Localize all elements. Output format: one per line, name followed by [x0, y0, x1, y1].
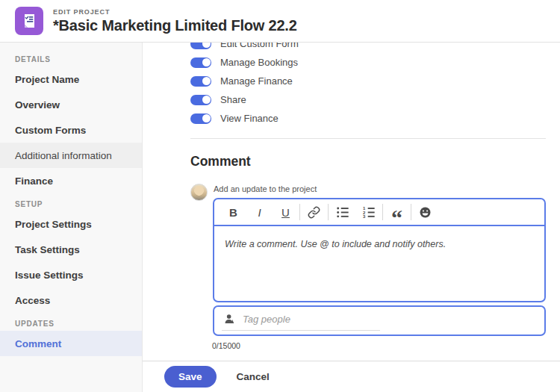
toggle-label: Edit Custom Form: [220, 43, 299, 49]
sidebar-item-finance[interactable]: Finance: [0, 168, 142, 193]
user-avatar: [190, 184, 208, 201]
bold-button[interactable]: B: [220, 201, 246, 223]
tag-people-placeholder: Tag people: [243, 314, 290, 325]
toolbar-separator: [299, 204, 300, 220]
character-counter: 0/15000: [212, 341, 546, 350]
edit-custom-form-toggle[interactable]: [190, 43, 211, 49]
comment-section: Add an update to the project B I U: [190, 169, 546, 350]
toggle-label: Manage Finance: [220, 75, 293, 87]
bullet-list-icon[interactable]: [329, 201, 355, 223]
toggle-knob: [202, 114, 211, 122]
toggle-row-share: Share: [190, 90, 546, 109]
toggle-knob: [202, 77, 211, 85]
sidebar-item-overview[interactable]: Overview: [0, 92, 142, 117]
numbered-list-icon[interactable]: 1 2 3: [355, 201, 382, 223]
sidebar-item-access[interactable]: Access: [0, 287, 142, 313]
toggle-label: Manage Bookings: [220, 57, 298, 68]
save-button[interactable]: Save: [164, 366, 217, 388]
sidebar-item-comment[interactable]: Comment: [0, 331, 142, 356]
emoji-icon[interactable]: [412, 201, 438, 223]
link-icon[interactable]: [301, 201, 327, 223]
cancel-button[interactable]: Cancel: [237, 371, 270, 382]
view-finance-toggle[interactable]: [190, 113, 211, 124]
toolbar-separator: [328, 204, 329, 220]
sidebar-item-additional-information[interactable]: Additional information: [0, 143, 142, 168]
permission-toggles: Edit Custom Form Manage Bookings Manage …: [190, 43, 546, 128]
sidebar-section-setup: SETUP: [0, 193, 142, 211]
toggle-knob: [202, 58, 211, 66]
page-title: *Basic Marketing Limited Flow 22.2: [53, 17, 297, 34]
svg-text:3: 3: [363, 214, 366, 219]
edit-project-eyebrow: EDIT PROJECT: [53, 8, 297, 16]
share-toggle[interactable]: [190, 95, 211, 105]
sidebar-item-issue-settings[interactable]: Issue Settings: [0, 262, 142, 287]
header: EDIT PROJECT *Basic Marketing Limited Fl…: [0, 0, 560, 43]
comment-placeholder: Write a comment. Use @ to include and no…: [225, 239, 446, 249]
tag-people-box: Tag people: [213, 305, 546, 336]
section-divider: [190, 138, 546, 139]
form-footer: Save Cancel: [143, 361, 560, 392]
toolbar-separator: [411, 204, 411, 220]
edit-project-window: EDIT PROJECT *Basic Marketing Limited Fl…: [0, 0, 560, 392]
sidebar: DETAILS Project Name Overview Custom For…: [0, 43, 143, 392]
blockquote-icon[interactable]: “: [384, 201, 410, 223]
toggle-row-edit-custom-form: Edit Custom Form: [190, 43, 546, 53]
person-icon: [223, 313, 236, 326]
sidebar-section-details: DETAILS: [0, 49, 142, 66]
toggle-row-manage-bookings: Manage Bookings: [190, 53, 546, 72]
comment-text-input[interactable]: Write a comment. Use @ to include and no…: [214, 226, 544, 301]
toggle-knob: [202, 43, 211, 48]
toggle-knob: [202, 96, 211, 104]
toggle-label: View Finance: [220, 113, 279, 124]
manage-bookings-toggle[interactable]: [190, 57, 211, 68]
toolbar-separator: [382, 204, 383, 220]
edit-project-form-scroll-area[interactable]: Edit Custom Form Manage Bookings Manage …: [143, 43, 560, 361]
toggle-row-manage-finance: Manage Finance: [190, 72, 546, 90]
toggle-label: Share: [220, 94, 246, 105]
sidebar-item-project-name[interactable]: Project Name: [0, 66, 142, 92]
tag-people-input[interactable]: Tag people: [222, 312, 380, 331]
sidebar-section-updates: UPDATES: [0, 313, 142, 331]
project-document-icon: [15, 7, 43, 35]
comment-editor: B I U: [213, 198, 546, 302]
italic-button[interactable]: I: [246, 201, 273, 223]
toggle-row-view-finance: View Finance: [190, 109, 546, 128]
manage-finance-toggle[interactable]: [190, 76, 211, 87]
sidebar-item-task-settings[interactable]: Task Settings: [0, 237, 142, 262]
underline-button[interactable]: U: [273, 201, 299, 223]
comment-heading: Comment: [190, 154, 546, 169]
sidebar-item-custom-forms[interactable]: Custom Forms: [0, 117, 142, 143]
sidebar-item-project-settings[interactable]: Project Settings: [0, 211, 142, 237]
rich-text-toolbar: B I U: [214, 199, 544, 226]
comment-field-label: Add an update to the project: [214, 184, 546, 193]
